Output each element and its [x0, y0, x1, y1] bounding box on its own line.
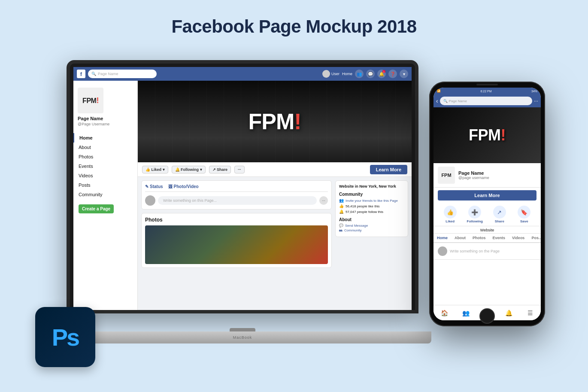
send-message-link[interactable]: Send Message: [345, 224, 368, 228]
fb-post-box: ✎ Status 🖼 Photo/Video: [141, 180, 332, 210]
page-username: @Page Username: [78, 122, 133, 126]
phone-post-avatar: [438, 246, 447, 256]
search-text: Page Name: [98, 72, 118, 76]
phone-share-label: Share: [495, 219, 504, 223]
phone-page-logo: FPM: [438, 167, 455, 184]
sidebar-item-posts[interactable]: Posts: [73, 180, 137, 190]
community-heading: Community: [339, 192, 404, 197]
phone-tab-videos[interactable]: Videos: [509, 234, 528, 242]
follows-count: 57,047 people follow this: [346, 210, 383, 214]
time-display: 6:22 PM: [480, 90, 491, 93]
invite-icon: 👥: [339, 198, 344, 203]
photo-item: [145, 225, 328, 264]
page-title: Facebook Page Mockup 2018: [0, 0, 588, 37]
signal-icon: 📶: [437, 89, 441, 93]
learn-more-button[interactable]: Learn More: [370, 165, 407, 174]
phone-post-area: Write something on the Page: [433, 243, 541, 260]
phone-page-name: Page Name: [458, 170, 536, 176]
page-name: Page Name: [78, 116, 133, 121]
phone-page-username: @page username: [458, 176, 536, 180]
post-tabs: ✎ Status 🖼 Photo/Video: [145, 184, 328, 192]
website-location-label: Website in New York, New York: [339, 184, 404, 188]
back-button[interactable]: ‹: [436, 97, 438, 104]
post-input[interactable]: Write something on this Page...: [158, 196, 317, 205]
phone-search[interactable]: 🔍 Page Name: [440, 97, 532, 105]
fb-search[interactable]: 🔍 Page Name: [88, 70, 157, 78]
fb-body: FPM! Page Name @Page Username Home About…: [73, 81, 412, 310]
sidebar-item-events[interactable]: Events: [73, 161, 137, 171]
phone-logo-text: FPM: [441, 173, 451, 178]
phone-search-icon: 🔍: [443, 99, 448, 103]
phone-tab-photos[interactable]: Photos: [469, 234, 489, 242]
phone-status-bar: 📶 6:22 PM 34%: [433, 88, 541, 94]
community-icon: 🏘: [339, 228, 342, 232]
community-link[interactable]: Community: [344, 228, 361, 232]
sidebar-item-photos[interactable]: Photos: [73, 152, 137, 161]
tab-photo-video[interactable]: 🖼 Photo/Video: [168, 184, 199, 189]
phone-nav-notifications[interactable]: 🔔: [498, 305, 519, 320]
macbook-frame: f 🔍 Page Name User Home 👥 💬 🔔1: [67, 60, 418, 313]
invite-friends-item[interactable]: 👥 Invite your friends to like this Page: [339, 198, 404, 203]
phone-nav-people[interactable]: 👥: [455, 305, 476, 320]
photos-grid: [145, 225, 328, 264]
likes-count: 56,418 people like this: [346, 204, 380, 208]
phone-home-button[interactable]: [479, 308, 495, 324]
community-link-item[interactable]: 🏘 Community: [339, 228, 404, 232]
notifications-icon[interactable]: 🔔1: [377, 70, 386, 78]
sidebar-item-about[interactable]: About: [73, 143, 137, 152]
messenger-icon[interactable]: 💬: [366, 70, 375, 78]
follows-count-item: 🔔 57,047 people follow this: [339, 210, 404, 214]
sidebar-item-home[interactable]: Home: [73, 133, 137, 143]
photoshop-icon: Ps: [35, 307, 95, 367]
phone-share-item[interactable]: ↗ Share: [487, 206, 512, 223]
phone-profile-info: Page Name @page username: [458, 170, 536, 180]
fb-navbar: f 🔍 Page Name User Home 👥 💬 🔔1: [73, 67, 412, 81]
fb-logo: f: [77, 70, 85, 78]
phone-learn-more-button[interactable]: Learn More: [438, 190, 536, 201]
phone-nav-menu[interactable]: ☰: [519, 305, 541, 320]
fb-sidebar: FPM! Page Name @Page Username Home About…: [73, 81, 138, 310]
dropdown-icon[interactable]: ▾: [400, 70, 408, 78]
phone-following-item[interactable]: ➕ Following: [463, 206, 488, 223]
friends-icon[interactable]: 👥: [355, 70, 364, 78]
phone-tab-more[interactable]: Pos...: [528, 234, 541, 242]
phone-action-bar: 👍 Liked ➕ Following ↗ Share 🔖 Save: [433, 203, 541, 226]
invite-friends-link[interactable]: Invite your friends to like this Page: [346, 199, 398, 203]
sidebar-item-videos[interactable]: Videos: [73, 171, 137, 180]
page-logo: FPM!: [78, 88, 103, 113]
fb-info-section: Website in New York, New York Community …: [335, 180, 408, 237]
nav-home-label: Home: [342, 72, 352, 76]
share-button[interactable]: ↗ Share: [209, 166, 231, 173]
phone-tab-about[interactable]: About: [451, 234, 469, 242]
sidebar-item-community[interactable]: Community: [73, 190, 137, 199]
phone-save-item[interactable]: 🔖 Save: [512, 206, 537, 223]
send-message-item[interactable]: 💬 Send Message: [339, 224, 404, 228]
follow-icon: 🔔: [339, 210, 344, 214]
fb-nav-user: User: [322, 70, 339, 78]
cover-fpm-text: FPM!: [248, 109, 301, 134]
phone-post-input[interactable]: Write something on the Page: [450, 249, 536, 253]
phone-tab-home[interactable]: Home: [433, 234, 451, 243]
phone-profile-section: FPM Page Name @page username: [433, 163, 541, 188]
fb-cover-photo: FPM!: [138, 81, 412, 162]
fb-content-area: ✎ Status 🖼 Photo/Video: [138, 177, 412, 310]
post-more-icon[interactable]: ···: [319, 196, 328, 205]
ps-background: Ps: [35, 307, 95, 367]
more-button[interactable]: ···: [234, 166, 245, 173]
phone-save-label: Save: [520, 219, 528, 223]
photo-video-label: Photo/Video: [174, 184, 199, 189]
phone-following-icon: ➕: [468, 206, 481, 219]
phone-speaker: [476, 84, 498, 85]
following-button[interactable]: 🔔 Following ▾: [172, 166, 206, 173]
phone-frame: 📶 6:22 PM 34% ‹ 🔍 Page Name ··· FPM!: [429, 82, 545, 326]
phone-tab-events[interactable]: Events: [489, 234, 509, 242]
phone-liked-item[interactable]: 👍 Liked: [438, 206, 463, 223]
phone-save-icon: 🔖: [518, 206, 530, 219]
about-heading: About: [339, 217, 404, 222]
create-page-button[interactable]: Create a Page: [79, 204, 114, 213]
phone-nav-feed[interactable]: 🏠: [433, 305, 455, 320]
phone-more-button[interactable]: ···: [534, 98, 538, 104]
help-icon[interactable]: ❓: [388, 70, 397, 78]
tab-status[interactable]: ✎ Status: [145, 184, 163, 189]
liked-button[interactable]: 👍 Liked ▾: [142, 166, 168, 173]
